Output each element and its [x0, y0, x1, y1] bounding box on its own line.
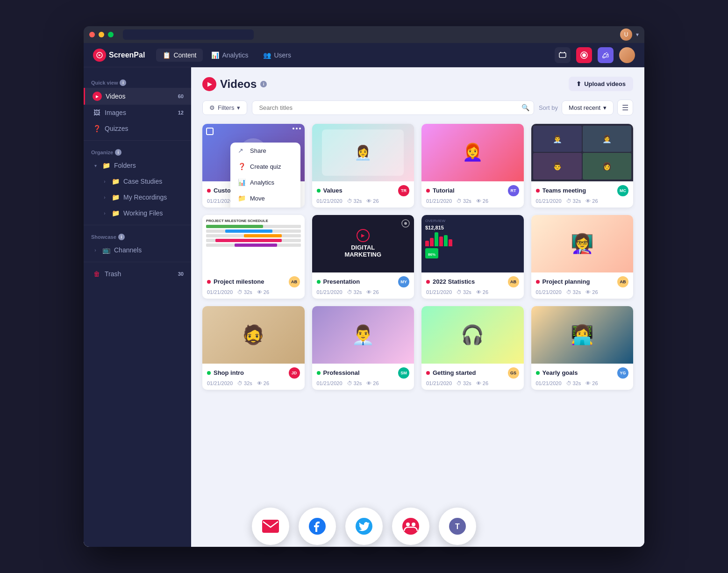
- video-info-presentation: Presentation MY 01/21/2020 ⏱ 32s 👁 26: [312, 272, 414, 299]
- organize-label: Organize i: [84, 144, 191, 158]
- video-card-yearly-goals[interactable]: 👩‍💻 Yearly goals YG 01/21/2020 ⏱ 32s 👁: [531, 306, 634, 390]
- minimize-dot[interactable]: [99, 32, 104, 37]
- context-menu-move[interactable]: 📁 Move: [230, 190, 300, 206]
- sidebar-item-images[interactable]: 🖼 Images 12: [84, 105, 191, 121]
- status-dot-shop-owner: [207, 371, 211, 375]
- video-meta-yearly-goals: 01/21/2020 ⏱ 32s 👁 26: [536, 380, 629, 386]
- context-menu-info[interactable]: ℹ Info: [230, 206, 300, 208]
- sort-wrap: Sort by Most recent ▾ ☰: [539, 100, 633, 115]
- upload-button[interactable]: ⬆ Upload videos: [569, 77, 633, 91]
- video-name-values: Values: [323, 187, 343, 194]
- video-info-statistics: 2022 Statistics AB 01/21/2020 ⏱ 32s 👁 26: [421, 272, 524, 299]
- editor-button[interactable]: [598, 47, 614, 63]
- group-share-button[interactable]: [392, 508, 429, 545]
- video-card-project-planning[interactable]: 👩‍🏫 Project planning AB 01/21/2020 ⏱ 32s: [531, 215, 634, 299]
- search-input[interactable]: [252, 100, 534, 115]
- address-bar[interactable]: [123, 29, 254, 40]
- case-studies-label: Case Studies: [123, 178, 162, 185]
- svg-rect-2: [564, 52, 565, 53]
- twitter-share-button[interactable]: [345, 508, 383, 545]
- list-view-button[interactable]: ☰: [617, 100, 633, 115]
- sidebar-item-videos[interactable]: ▶ Videos 60: [84, 88, 191, 105]
- logo-icon: [93, 49, 106, 62]
- my-recordings-label: My Recordings: [123, 193, 167, 201]
- content-header: ▶ Videos i ⬆ Upload videos: [202, 77, 633, 91]
- video-thumb-shop-owner: 🧔: [202, 306, 305, 364]
- video-info-getting-started: Getting started GS 01/21/2020 ⏱ 32s 👁 26: [421, 364, 524, 390]
- context-menu-analytics[interactable]: 📊 Analytics: [230, 174, 300, 190]
- analytics-icon: 📊: [211, 51, 219, 59]
- sidebar-item-quizzes[interactable]: ❓ Quizzes: [84, 121, 191, 136]
- quiz-icon: ❓: [238, 163, 245, 170]
- card-dots-menu[interactable]: [293, 128, 301, 129]
- logo[interactable]: ScreenPal: [93, 49, 145, 62]
- date-customer-rev: 01/21/2020: [207, 198, 233, 204]
- video-card-getting-started[interactable]: 🎧 Getting started GS 01/21/2020 ⏱ 32s 👁: [421, 306, 524, 390]
- video-name-presentation: Presentation: [323, 278, 360, 285]
- filters-button[interactable]: ⚙ Filters ▾: [202, 100, 247, 115]
- video-info-shop-owner: Shop intro JD 01/21/2020 ⏱ 32s 👁 26: [202, 364, 305, 390]
- sort-select[interactable]: Most recent ▾: [562, 100, 614, 115]
- trash-label: Trash: [105, 270, 121, 278]
- status-dot-statistics: [426, 280, 430, 284]
- share-label: Share: [250, 147, 266, 154]
- svg-text:T: T: [455, 523, 460, 530]
- svg-point-4: [582, 53, 586, 57]
- facebook-share-button[interactable]: [299, 508, 336, 545]
- video-name-teams: Teams meeting: [542, 187, 586, 194]
- sidebar-item-case-studies[interactable]: › 📁 Case Studies: [84, 173, 191, 189]
- nav-users[interactable]: 👥 Users: [257, 49, 298, 62]
- email-share-button[interactable]: [252, 508, 289, 545]
- nav-content[interactable]: 📋 Content: [156, 49, 203, 62]
- video-card-customer-rev[interactable]: 👩 ▶ ✏ ↗: [202, 124, 305, 208]
- webcam-record-button[interactable]: [576, 47, 592, 63]
- organize-info: i: [115, 149, 121, 156]
- videos-badge: 60: [178, 93, 184, 99]
- sidebar-item-working-files[interactable]: › 📁 Working Files: [84, 205, 191, 221]
- analytics-cm-icon: 📊: [238, 179, 245, 186]
- close-dot[interactable]: [89, 32, 95, 37]
- sidebar-item-my-recordings[interactable]: › 📁 My Recordings: [84, 189, 191, 205]
- video-card-shop-owner[interactable]: 🧔 Shop intro JD 01/21/2020 ⏱ 32s 👁 26: [202, 306, 305, 390]
- nav-analytics[interactable]: 📊 Analytics: [205, 49, 255, 62]
- video-avatar-presentation: MY: [398, 276, 409, 287]
- video-info-project-milestone: Project milestone AB 01/21/2020 ⏱ 32s 👁 …: [202, 272, 305, 299]
- video-card-values[interactable]: 👩‍💼 Values TR 01/21/2020 ⏱ 32s 👁 26: [312, 124, 414, 208]
- status-dot-yearly-goals: [536, 371, 540, 375]
- context-menu: ↗ Share ❓ Create quiz 📊 Analytics 📁: [230, 143, 300, 208]
- card-checkbox[interactable]: [206, 128, 214, 135]
- my-recordings-icon: 📁: [111, 193, 120, 201]
- browser-avatar[interactable]: U: [620, 29, 632, 41]
- showcase-label: Showcase i: [84, 229, 191, 242]
- video-avatar-values: TR: [398, 185, 409, 196]
- video-info-professional: Professional SM 01/21/2020 ⏱ 32s 👁 26: [312, 364, 414, 390]
- sidebar-item-trash[interactable]: 🗑 Trash 30: [84, 266, 191, 282]
- create-quiz-label: Create quiz: [250, 163, 281, 170]
- case-studies-chevron: ›: [102, 179, 107, 184]
- user-avatar[interactable]: [619, 47, 635, 63]
- header-actions: [555, 47, 635, 63]
- video-card-statistics[interactable]: OVERVIEW $12,815 86%: [421, 215, 524, 299]
- sidebar-divider-2: [84, 225, 191, 225]
- video-card-teams[interactable]: 👨‍💼 👩‍💼 👨 👩 Teams meeting MC: [531, 124, 634, 208]
- status-dot-customer-rev: [207, 189, 211, 193]
- video-info-teams: Teams meeting MC 01/21/2020 ⏱ 32s 👁 26: [531, 181, 634, 208]
- screen-record-button[interactable]: [555, 47, 571, 63]
- status-dot-getting-started: [426, 371, 430, 375]
- video-card-presentation[interactable]: ▶ DIGITALMARKETING Presentation MY: [312, 215, 414, 299]
- video-card-project-milestone[interactable]: PROJECT MILESTONE SCHEDULE: [202, 215, 305, 299]
- title-play-icon: ▶: [202, 77, 216, 91]
- video-card-tutorial[interactable]: 👩‍🦰 Tutorial RT 01/21/2020 ⏱ 32s 👁 26: [421, 124, 524, 208]
- context-menu-create-quiz[interactable]: ❓ Create quiz: [230, 158, 300, 174]
- teams-share-button[interactable]: T: [439, 508, 476, 545]
- quizzes-label: Quizzes: [105, 125, 128, 132]
- video-card-professional[interactable]: 👨‍💼 Professional SM 01/21/2020 ⏱ 32s 👁: [312, 306, 414, 390]
- sidebar-item-channels[interactable]: › 📺 Channels: [84, 242, 191, 258]
- filter-icon: ⚙: [209, 104, 215, 111]
- video-meta-getting-started: 01/21/2020 ⏱ 32s 👁 26: [426, 380, 519, 386]
- images-label: Images: [105, 109, 126, 116]
- sort-value: Most recent: [569, 104, 600, 111]
- sidebar-item-folders[interactable]: ▾ 📁 Folders: [84, 158, 191, 173]
- maximize-dot[interactable]: [108, 32, 114, 37]
- context-menu-share[interactable]: ↗ Share: [230, 143, 300, 158]
